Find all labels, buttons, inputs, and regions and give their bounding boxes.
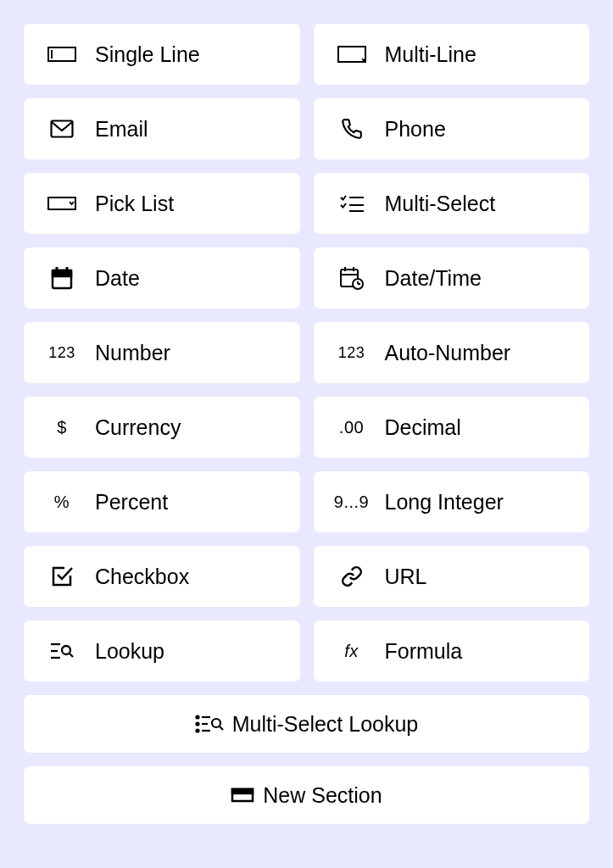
field-label: Pick List bbox=[95, 192, 174, 216]
field-label: URL bbox=[385, 565, 427, 589]
field-label: Number bbox=[95, 341, 170, 365]
svg-rect-33 bbox=[232, 789, 253, 793]
field-label: Single Line bbox=[95, 42, 200, 67]
field-label: Formula bbox=[385, 639, 463, 664]
field-auto-number[interactable]: 123 Auto-Number bbox=[314, 322, 590, 383]
url-icon bbox=[331, 565, 373, 587]
svg-point-24 bbox=[196, 716, 198, 719]
long-integer-icon: 9...9 bbox=[331, 492, 373, 512]
number-icon: 123 bbox=[41, 344, 83, 362]
formula-icon: fx bbox=[331, 642, 373, 661]
lookup-icon bbox=[41, 641, 83, 661]
multiselect-icon bbox=[331, 195, 373, 212]
field-long-integer[interactable]: 9...9 Long Integer bbox=[314, 471, 590, 532]
field-label: New Section bbox=[263, 783, 382, 808]
field-number[interactable]: 123 Number bbox=[24, 322, 300, 383]
field-date-time[interactable]: Date/Time bbox=[314, 248, 590, 309]
svg-point-28 bbox=[196, 730, 198, 732]
field-multi-line[interactable]: Multi-Line bbox=[314, 24, 590, 85]
field-single-line[interactable]: Single Line bbox=[24, 24, 300, 85]
svg-line-31 bbox=[220, 726, 223, 730]
field-pick-list[interactable]: Pick List bbox=[24, 173, 300, 234]
field-label: Multi-Line bbox=[385, 42, 476, 67]
field-label: Percent bbox=[95, 490, 168, 515]
field-label: Long Integer bbox=[385, 490, 504, 515]
svg-point-26 bbox=[196, 723, 198, 726]
field-label: Date bbox=[95, 266, 140, 291]
svg-point-30 bbox=[212, 719, 220, 727]
svg-rect-2 bbox=[338, 47, 365, 62]
field-type-grid: Single Line Multi-Line Email Phone bbox=[24, 24, 589, 824]
field-url[interactable]: URL bbox=[314, 546, 590, 607]
phone-icon bbox=[331, 118, 373, 140]
field-label: Multi-Select bbox=[385, 192, 496, 216]
field-currency[interactable]: $ Currency bbox=[24, 397, 300, 458]
picklist-icon bbox=[41, 197, 83, 210]
field-percent[interactable]: % Percent bbox=[24, 471, 300, 532]
section-icon bbox=[231, 787, 254, 803]
field-label: Date/Time bbox=[385, 266, 482, 291]
field-formula[interactable]: fx Formula bbox=[314, 620, 590, 682]
field-date[interactable]: Date bbox=[24, 248, 300, 309]
field-phone[interactable]: Phone bbox=[314, 98, 590, 159]
email-icon bbox=[41, 120, 83, 138]
auto-number-icon: 123 bbox=[331, 344, 373, 362]
field-new-section[interactable]: New Section bbox=[24, 766, 589, 824]
datetime-icon bbox=[331, 266, 373, 290]
svg-rect-9 bbox=[53, 270, 71, 276]
field-label: Phone bbox=[385, 117, 446, 142]
field-multi-select[interactable]: Multi-Select bbox=[314, 173, 590, 234]
single-line-icon bbox=[41, 47, 83, 62]
field-label: Lookup bbox=[95, 639, 164, 664]
field-label: Currency bbox=[95, 415, 181, 440]
currency-icon: $ bbox=[41, 418, 83, 437]
field-multi-select-lookup[interactable]: Multi-Select Lookup bbox=[24, 695, 589, 753]
checkbox-icon bbox=[41, 565, 83, 587]
svg-point-22 bbox=[62, 646, 70, 654]
field-label: Email bbox=[95, 117, 148, 142]
field-decimal[interactable]: .00 Decimal bbox=[314, 397, 590, 458]
svg-line-23 bbox=[70, 654, 73, 657]
percent-icon: % bbox=[41, 492, 83, 512]
field-label: Multi-Select Lookup bbox=[232, 712, 419, 737]
field-email[interactable]: Email bbox=[24, 98, 300, 159]
field-label: Decimal bbox=[385, 415, 461, 440]
field-lookup[interactable]: Lookup bbox=[24, 620, 300, 682]
date-icon bbox=[41, 266, 83, 290]
multi-select-lookup-icon bbox=[195, 714, 224, 734]
decimal-icon: .00 bbox=[331, 418, 373, 437]
multi-line-icon bbox=[331, 46, 373, 63]
field-checkbox[interactable]: Checkbox bbox=[24, 546, 300, 607]
field-label: Checkbox bbox=[95, 565, 189, 589]
field-label: Auto-Number bbox=[385, 341, 511, 365]
